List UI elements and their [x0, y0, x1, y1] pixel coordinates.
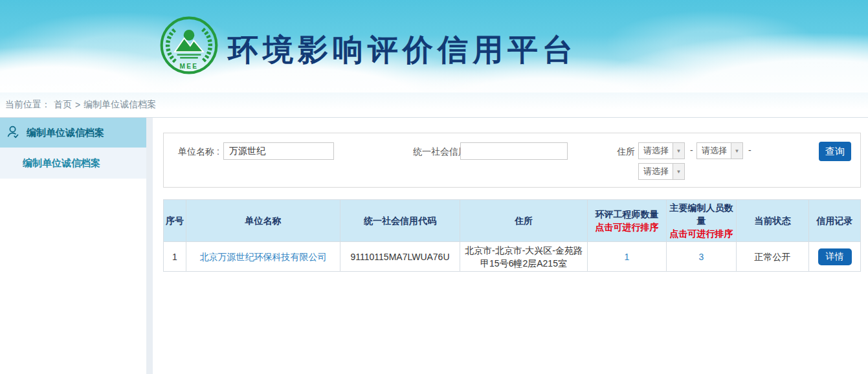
col-header-engineer-count-sortable[interactable]: 环评工程师数量 点击可进行排序 — [588, 200, 667, 242]
breadcrumb-current-link[interactable]: 编制单位诚信档案 — [83, 99, 156, 111]
cell-index: 1 — [164, 242, 186, 272]
main-area: 编制单位诚信档案 编制单位诚信档案 单位名称 : 统一社会信用代码 : 住所 :… — [0, 118, 868, 374]
chevron-down-icon[interactable]: ▼ — [673, 143, 684, 159]
cell-address: 北京市-北京市-大兴区-金苑路甲15号6幢2层A215室 — [460, 242, 588, 272]
col-header-index: 序号 — [164, 200, 186, 242]
city-select-value: 请选择 — [697, 143, 731, 159]
mee-logo-text: MEE — [180, 63, 199, 70]
breadcrumb-separator: > — [75, 100, 80, 110]
city-select[interactable]: 请选择 ▼ — [696, 142, 743, 159]
sidebar-item-unit-credit-archive[interactable]: 编制单位诚信档案 — [0, 118, 146, 148]
sidebar-subitem-unit-credit-archive[interactable]: 编制单位诚信档案 — [0, 148, 146, 179]
breadcrumb: 当前位置： 首页 > 编制单位诚信档案 — [0, 93, 868, 118]
breadcrumb-label: 当前位置： — [5, 99, 50, 111]
address-label: 住所 : — [617, 146, 640, 158]
company-name-label: 单位名称 : — [178, 146, 219, 158]
sidebar-subitem-label: 编制单位诚信档案 — [23, 157, 100, 170]
mee-logo-icon: MEE — [159, 16, 219, 75]
site-title: 环境影响评价信用平台 — [228, 30, 577, 71]
district-select[interactable]: 请选择 ▼ — [638, 163, 685, 180]
col-header-credit-record: 信用记录 — [809, 200, 861, 242]
sort-hint: 点击可进行排序 — [588, 221, 665, 234]
credit-code-input[interactable] — [460, 142, 568, 160]
sidebar-divider — [146, 118, 153, 374]
col-header-company-name: 单位名称 — [186, 200, 340, 242]
site-header: MEE 环境影响评价信用平台 — [0, 0, 868, 93]
region-dash-2: - — [748, 145, 751, 155]
col-header-status: 当前状态 — [737, 200, 809, 242]
province-select-value: 请选择 — [639, 143, 673, 159]
staff-count-link[interactable]: 3 — [699, 252, 704, 262]
detail-button[interactable]: 详情 — [818, 248, 852, 265]
table-header-row: 序号 单位名称 统一社会信用代码 住所 环评工程师数量 点击可进行排序 主要编制… — [164, 200, 861, 242]
col-header-staff-count-label: 主要编制人员数量 — [670, 203, 733, 226]
sidebar-item-label: 编制单位诚信档案 — [27, 127, 104, 139]
breadcrumb-home-link[interactable]: 首页 — [54, 99, 72, 111]
table-row: 1 北京万源世纪环保科技有限公司 91110115MA7LWUA76U 北京市-… — [164, 242, 861, 272]
results-table: 序号 单位名称 统一社会信用代码 住所 环评工程师数量 点击可进行排序 主要编制… — [163, 199, 861, 272]
sidebar: 编制单位诚信档案 编制单位诚信档案 — [0, 118, 146, 374]
col-header-address: 住所 — [460, 200, 588, 242]
cell-credit-code: 91110115MA7LWUA76U — [340, 242, 460, 272]
mee-logo: MEE — [159, 16, 219, 78]
cell-status: 正常公开 — [737, 242, 809, 272]
person-check-icon — [6, 124, 21, 141]
sort-hint: 点击可进行排序 — [667, 227, 735, 240]
content-area: 单位名称 : 统一社会信用代码 : 住所 : 请选择 ▼ - 请选择 ▼ - 请… — [153, 118, 868, 374]
company-name-link[interactable]: 北京万源世纪环保科技有限公司 — [200, 252, 327, 262]
company-name-input[interactable] — [223, 142, 334, 160]
col-header-credit-code: 统一社会信用代码 — [340, 200, 460, 242]
col-header-engineer-count-label: 环评工程师数量 — [595, 209, 659, 219]
district-select-value: 请选择 — [639, 164, 673, 179]
query-button[interactable]: 查询 — [819, 142, 851, 161]
col-header-staff-count-sortable[interactable]: 主要编制人员数量 点击可进行排序 — [667, 200, 737, 242]
region-dash-1: - — [690, 145, 693, 155]
chevron-down-icon[interactable]: ▼ — [673, 164, 684, 179]
province-select[interactable]: 请选择 ▼ — [638, 142, 685, 159]
chevron-down-icon[interactable]: ▼ — [731, 143, 742, 159]
search-panel: 单位名称 : 统一社会信用代码 : 住所 : 请选择 ▼ - 请选择 ▼ - 请… — [163, 133, 861, 188]
engineer-count-link[interactable]: 1 — [625, 252, 630, 262]
